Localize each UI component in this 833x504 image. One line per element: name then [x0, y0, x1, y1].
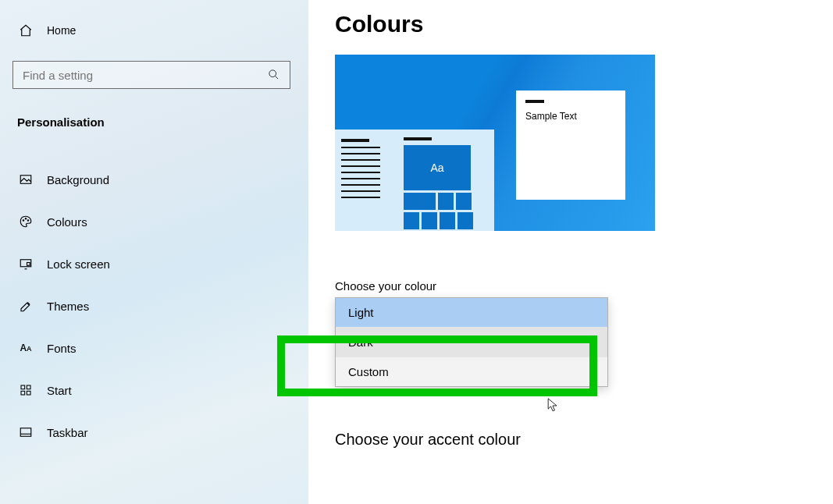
lock-screen-icon [17, 255, 34, 272]
svg-line-1 [275, 76, 278, 79]
sidebar-item-themes[interactable]: Themes [12, 285, 290, 327]
dropdown-option-light[interactable]: Light [336, 298, 607, 328]
sidebar: Home Personalisation Background Colours … [0, 0, 308, 504]
colour-preview: Aa Sample Text [335, 55, 655, 231]
preview-sample-window: Sample Text [516, 91, 625, 200]
sidebar-item-label: Background [47, 173, 109, 186]
sample-text: Sample Text [525, 111, 616, 122]
choose-colour-label: Choose your colour [335, 279, 806, 293]
preview-tile: Aa [404, 145, 471, 190]
sidebar-item-colours[interactable]: Colours [12, 201, 290, 243]
sidebar-item-label: Fonts [47, 342, 77, 355]
svg-rect-11 [21, 391, 25, 395]
themes-icon [17, 297, 34, 314]
svg-rect-12 [27, 391, 30, 395]
home-link[interactable]: Home [12, 16, 290, 45]
home-label: Home [47, 24, 76, 37]
sidebar-item-label: Colours [47, 215, 87, 229]
taskbar-icon [17, 424, 34, 441]
sidebar-item-fonts[interactable]: AA Fonts [12, 327, 290, 369]
page-title: Colours [335, 11, 806, 37]
sidebar-item-label: Themes [47, 300, 89, 313]
picture-icon [17, 171, 34, 188]
search-box[interactable] [12, 61, 290, 89]
main-content: Colours Aa [308, 0, 833, 504]
svg-point-0 [269, 70, 276, 77]
accent-colour-label: Choose your accent colour [335, 431, 806, 449]
sidebar-item-label: Taskbar [47, 426, 88, 439]
start-icon [17, 382, 34, 399]
sidebar-item-label: Lock screen [47, 257, 110, 271]
search-icon [268, 69, 280, 81]
svg-rect-7 [27, 263, 30, 266]
palette-icon [17, 213, 34, 230]
dropdown-option-dark[interactable]: Dark [336, 328, 607, 357]
search-input[interactable] [23, 69, 268, 82]
svg-point-5 [27, 220, 29, 222]
svg-rect-13 [20, 428, 31, 437]
preview-start-menu: Aa [335, 130, 494, 231]
svg-point-4 [25, 218, 27, 220]
home-icon [17, 22, 34, 39]
sidebar-item-taskbar[interactable]: Taskbar [12, 411, 290, 453]
section-title: Personalisation [12, 111, 290, 133]
sidebar-item-lock-screen[interactable]: Lock screen [12, 243, 290, 285]
sidebar-item-start[interactable]: Start [12, 369, 290, 411]
svg-rect-10 [27, 385, 30, 389]
svg-rect-9 [21, 385, 25, 389]
fonts-icon: AA [17, 339, 34, 357]
sidebar-item-label: Start [47, 384, 72, 397]
choose-colour-dropdown[interactable]: Light Dark Custom [335, 297, 608, 387]
svg-point-3 [23, 220, 24, 222]
sidebar-item-background[interactable]: Background [12, 158, 290, 201]
dropdown-option-custom[interactable]: Custom [336, 357, 607, 386]
